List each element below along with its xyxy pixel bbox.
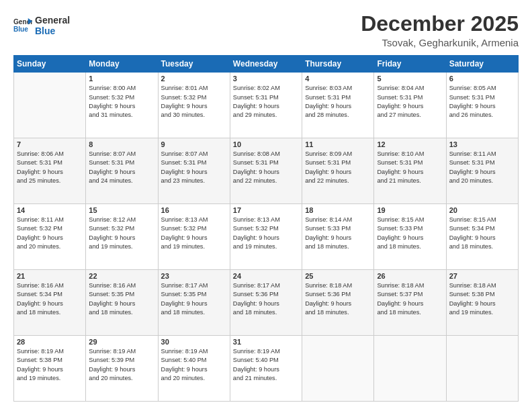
calendar-cell: 6Sunrise: 8:05 AMSunset: 5:31 PMDaylight… <box>446 73 518 138</box>
calendar-cell <box>446 336 518 402</box>
calendar-cell: 22Sunrise: 8:16 AMSunset: 5:35 PMDayligh… <box>86 270 158 336</box>
day-number: 6 <box>449 75 515 83</box>
day-info: Sunrise: 8:03 AMSunset: 5:31 PMDaylight:… <box>305 84 371 120</box>
day-info: Sunrise: 8:19 AMSunset: 5:39 PMDaylight:… <box>89 347 154 383</box>
calendar-cell: 10Sunrise: 8:08 AMSunset: 5:31 PMDayligh… <box>230 138 302 204</box>
day-info: Sunrise: 8:17 AMSunset: 5:36 PMDaylight:… <box>233 281 299 317</box>
calendar-cell: 24Sunrise: 8:17 AMSunset: 5:36 PMDayligh… <box>230 270 302 336</box>
calendar-cell: 27Sunrise: 8:18 AMSunset: 5:38 PMDayligh… <box>446 270 518 336</box>
day-info: Sunrise: 8:05 AMSunset: 5:31 PMDaylight:… <box>449 84 515 120</box>
title-block: December 2025 Tsovak, Gegharkunik, Armen… <box>361 12 519 48</box>
day-number: 26 <box>377 272 443 280</box>
day-info: Sunrise: 8:15 AMSunset: 5:33 PMDaylight:… <box>377 216 443 251</box>
calendar-cell <box>374 336 446 402</box>
calendar-cell: 19Sunrise: 8:15 AMSunset: 5:33 PMDayligh… <box>374 204 446 270</box>
day-number: 21 <box>17 272 83 280</box>
day-info: Sunrise: 8:04 AMSunset: 5:31 PMDaylight:… <box>377 84 443 120</box>
weekday-header-cell: Monday <box>86 56 158 73</box>
day-info: Sunrise: 8:10 AMSunset: 5:31 PMDaylight:… <box>377 150 443 185</box>
day-info: Sunrise: 8:19 AMSunset: 5:40 PMDaylight:… <box>161 347 227 383</box>
location: Tsovak, Gegharkunik, Armenia <box>361 37 519 48</box>
day-info: Sunrise: 8:07 AMSunset: 5:31 PMDaylight:… <box>161 150 227 185</box>
calendar-cell: 1Sunrise: 8:00 AMSunset: 5:32 PMDaylight… <box>86 73 158 138</box>
day-number: 4 <box>305 75 371 83</box>
weekday-header-cell: Tuesday <box>158 56 230 73</box>
weekday-header-cell: Saturday <box>446 56 518 73</box>
day-number: 13 <box>449 140 515 148</box>
calendar-week-row: 28Sunrise: 8:19 AMSunset: 5:38 PMDayligh… <box>14 336 519 402</box>
calendar-cell: 13Sunrise: 8:11 AMSunset: 5:31 PMDayligh… <box>446 138 518 204</box>
header: General Blue General Blue December 2025 … <box>13 12 519 48</box>
calendar-week-row: 21Sunrise: 8:16 AMSunset: 5:34 PMDayligh… <box>14 270 519 336</box>
calendar-cell: 29Sunrise: 8:19 AMSunset: 5:39 PMDayligh… <box>86 336 158 402</box>
day-info: Sunrise: 8:00 AMSunset: 5:32 PMDaylight:… <box>89 84 154 120</box>
month-title: December 2025 <box>361 12 519 36</box>
calendar-cell: 12Sunrise: 8:10 AMSunset: 5:31 PMDayligh… <box>374 138 446 204</box>
day-info: Sunrise: 8:18 AMSunset: 5:37 PMDaylight:… <box>377 281 443 317</box>
day-info: Sunrise: 8:01 AMSunset: 5:32 PMDaylight:… <box>161 84 227 120</box>
svg-text:Blue: Blue <box>13 26 28 33</box>
day-number: 25 <box>305 272 371 280</box>
calendar-cell: 3Sunrise: 8:02 AMSunset: 5:31 PMDaylight… <box>230 73 302 138</box>
weekday-header-cell: Sunday <box>14 56 86 73</box>
logo: General Blue General Blue <box>13 15 70 36</box>
weekday-header-cell: Wednesday <box>230 56 302 73</box>
calendar-cell: 14Sunrise: 8:11 AMSunset: 5:32 PMDayligh… <box>14 204 86 270</box>
day-number: 14 <box>17 206 83 214</box>
weekday-header-row: SundayMondayTuesdayWednesdayThursdayFrid… <box>14 56 519 73</box>
day-number: 17 <box>233 206 299 214</box>
calendar-cell: 25Sunrise: 8:18 AMSunset: 5:36 PMDayligh… <box>302 270 374 336</box>
calendar-week-row: 1Sunrise: 8:00 AMSunset: 5:32 PMDaylight… <box>14 73 519 138</box>
calendar-cell: 20Sunrise: 8:15 AMSunset: 5:34 PMDayligh… <box>446 204 518 270</box>
calendar-cell: 30Sunrise: 8:19 AMSunset: 5:40 PMDayligh… <box>158 336 230 402</box>
day-info: Sunrise: 8:06 AMSunset: 5:31 PMDaylight:… <box>17 150 83 185</box>
day-number: 29 <box>89 338 154 346</box>
day-number: 27 <box>449 272 515 280</box>
calendar-cell: 23Sunrise: 8:17 AMSunset: 5:35 PMDayligh… <box>158 270 230 336</box>
calendar-cell: 5Sunrise: 8:04 AMSunset: 5:31 PMDaylight… <box>374 73 446 138</box>
calendar-table: SundayMondayTuesdayWednesdayThursdayFrid… <box>13 55 519 402</box>
day-number: 3 <box>233 75 299 83</box>
day-info: Sunrise: 8:09 AMSunset: 5:31 PMDaylight:… <box>305 150 371 185</box>
calendar-cell: 7Sunrise: 8:06 AMSunset: 5:31 PMDaylight… <box>14 138 86 204</box>
calendar-cell: 4Sunrise: 8:03 AMSunset: 5:31 PMDaylight… <box>302 73 374 138</box>
day-info: Sunrise: 8:18 AMSunset: 5:38 PMDaylight:… <box>449 281 515 317</box>
day-number: 19 <box>377 206 443 214</box>
day-number: 7 <box>17 140 83 148</box>
day-number: 2 <box>161 75 227 83</box>
logo-text-general: General <box>35 15 70 26</box>
day-number: 31 <box>233 338 299 346</box>
weekday-header-cell: Friday <box>374 56 446 73</box>
day-number: 15 <box>89 206 154 214</box>
day-number: 1 <box>89 75 154 83</box>
calendar-cell <box>302 336 374 402</box>
page: General Blue General Blue December 2025 … <box>0 0 532 411</box>
calendar-body: 1Sunrise: 8:00 AMSunset: 5:32 PMDaylight… <box>14 73 519 402</box>
logo-icon: General Blue <box>13 16 32 35</box>
day-number: 30 <box>161 338 227 346</box>
calendar-cell: 26Sunrise: 8:18 AMSunset: 5:37 PMDayligh… <box>374 270 446 336</box>
calendar-cell: 28Sunrise: 8:19 AMSunset: 5:38 PMDayligh… <box>14 336 86 402</box>
calendar-cell <box>14 73 86 138</box>
day-number: 5 <box>377 75 443 83</box>
day-info: Sunrise: 8:16 AMSunset: 5:35 PMDaylight:… <box>89 281 154 317</box>
day-info: Sunrise: 8:07 AMSunset: 5:31 PMDaylight:… <box>89 150 154 185</box>
day-info: Sunrise: 8:17 AMSunset: 5:35 PMDaylight:… <box>161 281 227 317</box>
calendar-cell: 2Sunrise: 8:01 AMSunset: 5:32 PMDaylight… <box>158 73 230 138</box>
calendar-cell: 16Sunrise: 8:13 AMSunset: 5:32 PMDayligh… <box>158 204 230 270</box>
day-info: Sunrise: 8:15 AMSunset: 5:34 PMDaylight:… <box>449 216 515 251</box>
calendar-cell: 11Sunrise: 8:09 AMSunset: 5:31 PMDayligh… <box>302 138 374 204</box>
calendar-cell: 18Sunrise: 8:14 AMSunset: 5:33 PMDayligh… <box>302 204 374 270</box>
calendar-cell: 9Sunrise: 8:07 AMSunset: 5:31 PMDaylight… <box>158 138 230 204</box>
day-info: Sunrise: 8:19 AMSunset: 5:40 PMDaylight:… <box>233 347 299 383</box>
day-info: Sunrise: 8:12 AMSunset: 5:32 PMDaylight:… <box>89 216 154 251</box>
day-number: 12 <box>377 140 443 148</box>
calendar-cell: 8Sunrise: 8:07 AMSunset: 5:31 PMDaylight… <box>86 138 158 204</box>
day-info: Sunrise: 8:11 AMSunset: 5:31 PMDaylight:… <box>449 150 515 185</box>
day-info: Sunrise: 8:08 AMSunset: 5:31 PMDaylight:… <box>233 150 299 185</box>
calendar-cell: 15Sunrise: 8:12 AMSunset: 5:32 PMDayligh… <box>86 204 158 270</box>
calendar-cell: 31Sunrise: 8:19 AMSunset: 5:40 PMDayligh… <box>230 336 302 402</box>
day-number: 28 <box>17 338 83 346</box>
calendar-cell: 21Sunrise: 8:16 AMSunset: 5:34 PMDayligh… <box>14 270 86 336</box>
day-number: 18 <box>305 206 371 214</box>
